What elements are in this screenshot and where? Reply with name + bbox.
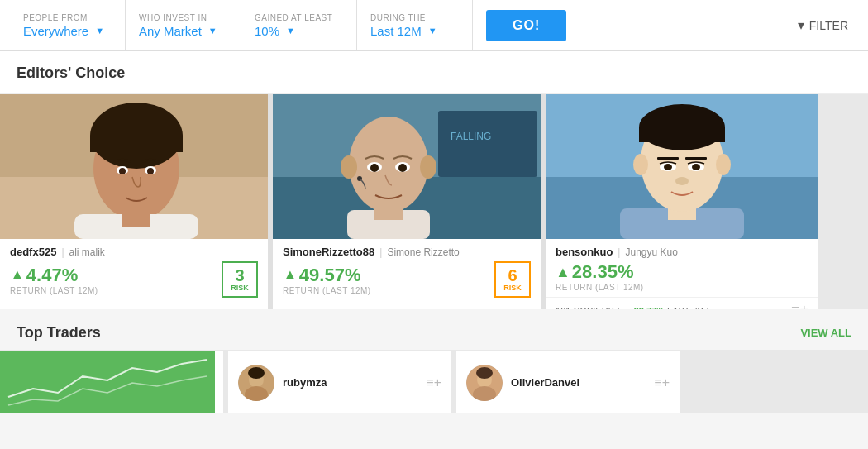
trader-card-3-name-row: bensonkuo | Jungyu Kuo [556,246,808,258]
filter-bar: PEOPLE FROM Everywhere ▼ WHO INVEST IN A… [0,0,868,51]
trader-card-1-realname: ali malik [69,246,105,258]
people-from-filter[interactable]: PEOPLE FROM Everywhere ▼ [10,0,126,50]
trader-card-3-realname: Jungyu Kuo [625,246,677,258]
people-from-label: PEOPLE FROM [23,13,112,22]
trader-card-3-add-icon[interactable]: ≡+ [791,302,808,309]
rubymza-username[interactable]: rubymza [283,376,327,389]
who-invest-in-arrow-icon: ▼ [208,26,217,36]
gained-at-least-filter[interactable]: GAINED AT LEAST 10% ▼ [241,0,357,50]
olivierdanvel-add-icon[interactable]: ≡+ [654,375,670,390]
trader-card-3-return-label: RETURN (LAST 12M) [556,283,644,292]
trader-card-3-info: bensonkuo | Jungyu Kuo ▲ 28.35% RETURN (… [546,239,818,297]
trader-card-2-risk-box: 6 RISK [494,261,531,298]
editors-choice-title: Editors' Choice [17,64,125,81]
svg-point-36 [664,164,672,170]
svg-point-49 [476,367,493,379]
svg-rect-13 [438,111,537,177]
trader-card-3-footer: 161 COPIERS ( ▲ 98.77% LAST 7D ) ≡+ [546,297,818,309]
svg-rect-38 [657,157,679,160]
rubymza-avatar [238,365,274,401]
gained-at-least-arrow-icon: ▼ [286,26,295,36]
svg-text:FALLING: FALLING [451,131,491,142]
trader-card-3-stats: ▲ 28.35% RETURN (LAST 12M) [556,261,808,292]
svg-rect-6 [122,210,150,227]
svg-point-10 [147,168,154,174]
svg-point-22 [370,164,379,172]
go-button[interactable]: GO! [486,10,566,41]
svg-point-37 [692,164,700,170]
trader-card-2-add-icon[interactable]: ≡+ [513,308,531,309]
during-the-filter[interactable]: DURING THE Last 12M ▼ [357,0,473,50]
trader-card-1-return-label: RETURN (LAST 12M) [10,286,98,295]
svg-point-32 [633,154,648,175]
trader-card-1-info: dedfx525 | ali malik ▲ 4.47% RETURN (LAS… [0,239,268,303]
svg-point-17 [420,155,436,179]
svg-point-40 [675,177,689,185]
trader-card-1-name-row: dedfx525 | ali malik [10,246,258,258]
trader-card-1-stats: ▲ 4.47% RETURN (LAST 12M) 3 RISK [10,261,258,298]
svg-point-9 [119,168,126,174]
gained-at-least-value[interactable]: 10% ▼ [255,24,343,38]
trader-card-2-return: ▲ 49.57% RETURN (LAST 12M) [283,265,371,295]
trader-card-1-image [0,94,268,239]
trader-card-2-realname: Simone Rizzetto [387,246,459,258]
trader-card-2-username[interactable]: SimoneRizzetto88 [283,246,374,258]
svg-point-16 [341,155,357,179]
trader-card-3-username[interactable]: bensonkuo [556,246,613,258]
trader-card-2-return-value: ▲ 49.57% [283,265,371,286]
trader-card-1: dedfx525 | ali malik ▲ 4.47% RETURN (LAS… [0,94,273,309]
olivierdanvel-avatar [466,365,503,401]
people-from-arrow-icon: ▼ [95,26,104,36]
trader-card-2-footer: 1,650 COPIERS ( ▲ 122.37% LAST 7D ) ≡+ [273,303,541,309]
editors-choice-cards: dedfx525 | ali malik ▲ 4.47% RETURN (LAS… [0,94,868,309]
svg-rect-19 [374,203,403,220]
svg-point-45 [248,367,265,379]
trader-card-2-return-label: RETURN (LAST 12M) [283,286,371,295]
during-the-label: DURING THE [370,13,459,22]
mini-card-olivierdanvel: OlivierDanvel ≡+ [456,351,680,413]
trader-card-3-return-value: ▲ 28.35% [556,261,644,283]
svg-rect-39 [685,157,707,160]
during-the-value[interactable]: Last 12M ▼ [370,24,459,38]
svg-point-33 [716,154,731,175]
trader-card-1-add-icon[interactable]: ≡+ [241,308,258,309]
people-from-value[interactable]: Everywhere ▼ [23,24,112,38]
trader-card-1-risk-box: 3 RISK [222,261,258,298]
svg-point-23 [398,164,407,172]
editors-choice-header: Editors' Choice [0,51,868,94]
trader-card-2-name-row: SimoneRizzetto88 | Simone Rizzetto [283,246,531,258]
mini-card-green [0,351,223,413]
top-traders-header: Top Traders VIEW ALL [0,309,868,350]
top-traders-title: Top Traders [17,324,101,342]
trader-card-3: bensonkuo | Jungyu Kuo ▲ 28.35% RETURN (… [546,94,818,309]
trader-card-2-image: FALLING [273,94,541,239]
trader-card-1-username[interactable]: dedfx525 [10,246,56,258]
gained-at-least-label: GAINED AT LEAST [255,13,343,22]
during-the-arrow-icon: ▼ [428,26,437,36]
filter-button[interactable]: ▾ FILTER [788,17,858,33]
view-all-link[interactable]: VIEW ALL [800,327,851,339]
trader-card-2-info: SimoneRizzetto88 | Simone Rizzetto ▲ 49.… [273,239,541,303]
who-invest-in-label: WHO INVEST IN [139,13,227,22]
trader-card-3-copiers: 161 COPIERS ( ▲ 98.77% LAST 7D ) [556,306,709,310]
trader-card-1-return: ▲ 4.47% RETURN (LAST 12M) [10,265,98,295]
trader-card-1-return-value: ▲ 4.47% [10,265,98,286]
svg-rect-31 [639,127,725,142]
mini-card-rubymza: rubymza ≡+ [228,351,451,413]
who-invest-in-value[interactable]: Any Market ▼ [139,24,227,38]
trader-card-2: FALLING [273,94,546,309]
rubymza-add-icon[interactable]: ≡+ [426,375,441,390]
trader-card-3-return: ▲ 28.35% RETURN (LAST 12M) [556,261,644,292]
trader-card-3-image [546,94,818,239]
mini-cards-row: rubymza ≡+ OlivierDanvel ≡+ [0,350,868,413]
svg-rect-41 [0,351,215,413]
filter-icon: ▾ [798,17,804,33]
who-invest-in-filter[interactable]: WHO INVEST IN Any Market ▼ [126,0,241,50]
svg-rect-4 [90,136,183,152]
trader-card-1-footer: COPIERS ( ▲ 29.00% LAST 7D ) ≡+ [0,303,268,309]
trader-card-2-stats: ▲ 49.57% RETURN (LAST 12M) 6 RISK [283,261,531,298]
olivierdanvel-username[interactable]: OlivierDanvel [511,376,579,389]
